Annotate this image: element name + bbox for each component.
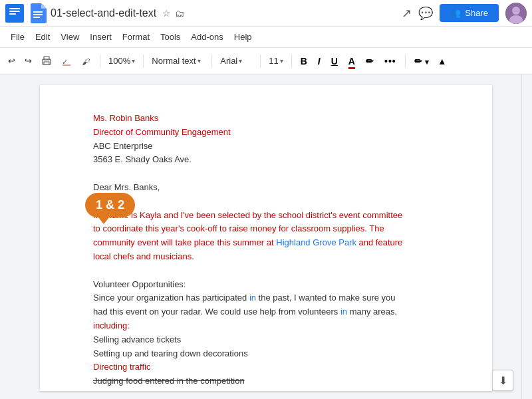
redo-button[interactable]: ↪ bbox=[21, 53, 36, 68]
svg-text:✓: ✓ bbox=[62, 58, 68, 66]
menu-edit[interactable]: Edit bbox=[30, 29, 55, 45]
print-button[interactable] bbox=[37, 53, 56, 69]
style-dropdown[interactable]: Normal text ▾ bbox=[148, 54, 207, 68]
line-vol-1: Since your organization has participated… bbox=[93, 291, 439, 305]
separator-6 bbox=[405, 55, 406, 68]
docs-icon bbox=[5, 4, 24, 23]
separator-2 bbox=[143, 55, 144, 68]
highlight-button[interactable]: ✏ bbox=[361, 53, 378, 69]
separator-5 bbox=[291, 55, 292, 68]
bold-button[interactable]: B bbox=[296, 53, 312, 69]
doc-area: 1 & 2 Ms. Robin Banks Director of Commun… bbox=[0, 74, 532, 399]
avatar[interactable] bbox=[505, 3, 527, 24]
line-greeting: Dear Mrs. Banks, bbox=[93, 181, 439, 195]
doc-page: 1 & 2 Ms. Robin Banks Director of Commun… bbox=[40, 85, 492, 391]
svg-rect-1 bbox=[9, 8, 20, 9]
line-vol-header: Volunteer Opportunities: bbox=[93, 278, 439, 292]
style-label: Normal text bbox=[152, 56, 196, 66]
spellcheck-button[interactable]: ✓ bbox=[57, 53, 76, 69]
line-para1-1: My name is Kayla and I've been selected … bbox=[93, 209, 439, 223]
undo-button[interactable]: ↩ bbox=[4, 53, 19, 68]
zoom-dropdown[interactable]: 100% ▾ bbox=[104, 54, 139, 68]
paint-button[interactable]: 🖌 bbox=[77, 53, 96, 69]
menu-help[interactable]: Help bbox=[229, 29, 257, 45]
line-vol-7: Judging food entered in the competition bbox=[93, 374, 439, 388]
separator-3 bbox=[211, 55, 212, 68]
svg-text:🖌: 🖌 bbox=[82, 57, 90, 66]
docs-logo bbox=[29, 3, 47, 23]
color-a-label: A bbox=[348, 56, 355, 69]
doc-title: 01-select-and-edit-text bbox=[51, 7, 156, 19]
svg-rect-5 bbox=[33, 14, 43, 15]
collapse-button[interactable]: ▴ bbox=[435, 53, 449, 69]
share-icon: 👥 bbox=[450, 8, 461, 18]
share-button[interactable]: 👥 Share bbox=[440, 4, 499, 22]
folder-icon[interactable]: 🗂 bbox=[175, 8, 184, 19]
separator-1 bbox=[100, 55, 100, 68]
menu-tools[interactable]: Tools bbox=[155, 29, 186, 45]
document-body: Ms. Robin Banks Director of Community En… bbox=[93, 112, 439, 388]
svg-rect-2 bbox=[9, 11, 20, 12]
italic-button[interactable]: I bbox=[313, 53, 325, 69]
line-para1-2: to coordinate this year's cook-off to ra… bbox=[93, 222, 439, 236]
menu-addons[interactable]: Add-ons bbox=[186, 29, 228, 45]
menu-view[interactable]: View bbox=[55, 29, 84, 45]
line-vol-2: had this event on your radar. We could u… bbox=[93, 305, 439, 319]
font-dropdown[interactable]: Arial ▾ bbox=[216, 54, 256, 68]
svg-rect-4 bbox=[33, 11, 43, 13]
separator-4 bbox=[260, 55, 261, 68]
line-name: Ms. Robin Banks bbox=[93, 112, 439, 126]
svg-point-8 bbox=[512, 7, 520, 15]
color-button[interactable]: A bbox=[344, 53, 360, 69]
line-title: Director of Community Engagement bbox=[93, 126, 439, 140]
line-company: ABC Enterprise bbox=[93, 140, 439, 154]
star-icon[interactable]: ☆ bbox=[162, 8, 171, 19]
line-vol-6: Directing traffic bbox=[93, 360, 439, 374]
size-label: 11 bbox=[269, 56, 278, 66]
menu-bar: File Edit View Insert Format Tools Add-o… bbox=[0, 27, 532, 48]
font-arrow: ▾ bbox=[239, 57, 242, 65]
line-para1-4: local chefs and musicians. bbox=[93, 250, 439, 264]
size-arrow: ▾ bbox=[280, 57, 283, 65]
highlight-icon: ✏ bbox=[366, 56, 374, 66]
line-vol-4: Selling advance tickets bbox=[93, 333, 439, 347]
svg-rect-3 bbox=[9, 13, 16, 15]
svg-rect-6 bbox=[33, 17, 40, 18]
title-bar: 01-select-and-edit-text ☆ 🗂 ↗ 💬 👥 Share bbox=[0, 0, 532, 27]
menu-insert[interactable]: Insert bbox=[84, 29, 117, 45]
scrollbar[interactable] bbox=[521, 74, 532, 399]
style-arrow: ▾ bbox=[198, 57, 201, 65]
zoom-label: 100% bbox=[108, 56, 130, 66]
menu-file[interactable]: File bbox=[5, 29, 30, 45]
more-button[interactable]: ••• bbox=[380, 53, 401, 69]
font-label: Arial bbox=[220, 56, 237, 66]
zoom-arrow: ▾ bbox=[132, 57, 135, 65]
line-para1-3: community event will take place this sum… bbox=[93, 236, 439, 250]
toolbar: ↩ ↪ ✓ 🖌 100% ▾ Normal text ▾ Arial ▾ 11 … bbox=[0, 48, 532, 74]
svg-rect-12 bbox=[44, 62, 49, 65]
tooltip-bubble: 1 & 2 bbox=[85, 193, 135, 217]
line-vol-5: Setting up and tearing down decorations bbox=[93, 347, 439, 361]
comment-icon[interactable]: 💬 bbox=[418, 6, 433, 21]
menu-format[interactable]: Format bbox=[117, 29, 155, 45]
editing-button[interactable]: ✏ ▾ bbox=[410, 53, 434, 69]
underline-button[interactable]: U bbox=[327, 53, 342, 69]
bottom-right-buttons: ⬇ bbox=[492, 370, 513, 391]
line-address: 3563 E. Shady Oaks Ave. bbox=[93, 153, 439, 167]
line-vol-3: including: bbox=[93, 319, 439, 333]
size-dropdown[interactable]: 11 ▾ bbox=[265, 54, 287, 68]
navigate-down-button[interactable]: ⬇ bbox=[492, 370, 513, 391]
trending-icon[interactable]: ↗ bbox=[402, 6, 412, 21]
